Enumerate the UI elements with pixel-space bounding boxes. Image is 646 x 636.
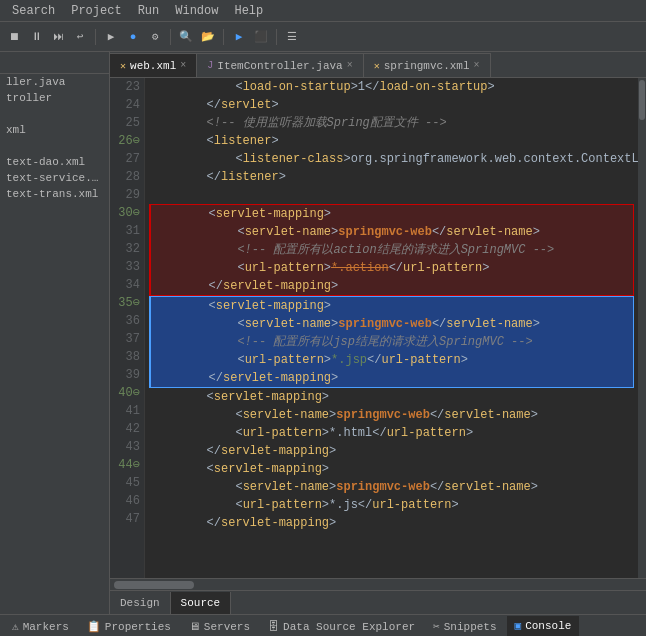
toolbar-sep-3 <box>223 29 224 45</box>
code-line-39: </servlet-mapping> <box>149 369 634 388</box>
code-line-46: <url-pattern>*.js</url-pattern> <box>149 496 634 514</box>
servers-icon: 🖥 <box>189 620 200 633</box>
code-line-23: <load-on-startup>1</load-on-startup> <box>149 78 634 96</box>
sidebar-item-1[interactable]: ller.java <box>0 74 109 90</box>
sidebar-item-4[interactable]: xml <box>0 122 109 138</box>
tab-springmvc-xml[interactable]: ✕ springmvc.xml × <box>364 53 491 77</box>
sidebar-item-5[interactable] <box>0 138 109 154</box>
code-line-24: </servlet> <box>149 96 634 114</box>
toolbar-sep-2 <box>170 29 171 45</box>
console-tabs: ⚠ Markers 📋 Properties 🖥 Servers 🗄 Data … <box>0 615 646 636</box>
xml-icon: ✕ <box>120 60 126 72</box>
horizontal-scrollbar[interactable] <box>110 578 646 590</box>
tab-close-item-controller[interactable]: × <box>347 60 353 71</box>
design-source-tabs: Design Source <box>110 590 646 614</box>
code-line-47: </servlet-mapping> <box>149 514 634 532</box>
code-line-29 <box>149 186 634 204</box>
toolbar-btn-8[interactable]: 🔍 <box>176 27 196 47</box>
tab-design[interactable]: Design <box>110 592 171 614</box>
console-tab-markers[interactable]: ⚠ Markers <box>4 616 77 637</box>
code-line-33: <url-pattern>*.action</url-pattern> <box>149 259 634 277</box>
code-line-40: <servlet-mapping> <box>149 388 634 406</box>
tab-web-xml[interactable]: ✕ web.xml × <box>110 53 197 77</box>
menu-search[interactable]: Search <box>4 0 63 21</box>
code-line-25: <!-- 使用监听器加载Spring配置文件 --> <box>149 114 634 132</box>
toolbar-btn-9[interactable]: 📂 <box>198 27 218 47</box>
h-scroll-thumb[interactable] <box>114 581 194 589</box>
scroll-thumb[interactable] <box>639 80 645 120</box>
menu-bar: Search Project Run Window Help <box>0 0 646 22</box>
toolbar-btn-7[interactable]: ⚙ <box>145 27 165 47</box>
menu-project[interactable]: Project <box>63 0 129 21</box>
tab-label-item-controller: ItemController.java <box>217 60 342 72</box>
tab-item-controller[interactable]: J ItemController.java × <box>197 53 363 77</box>
console-tab-servers[interactable]: 🖥 Servers <box>181 616 258 637</box>
toolbar-sep-4 <box>276 29 277 45</box>
code-line-42: <url-pattern>*.html</url-pattern> <box>149 424 634 442</box>
toolbar-btn-12[interactable]: ☰ <box>282 27 302 47</box>
toolbar-btn-4[interactable]: ↩ <box>70 27 90 47</box>
console-area: ⚠ Markers 📋 Properties 🖥 Servers 🗄 Data … <box>0 614 646 636</box>
markers-icon: ⚠ <box>12 620 19 633</box>
console-icon: ▣ <box>515 619 522 632</box>
code-line-38: <url-pattern>*.jsp</url-pattern> <box>149 351 634 369</box>
console-tab-snippets[interactable]: ✂ Snippets <box>425 616 504 637</box>
menu-help[interactable]: Help <box>226 0 271 21</box>
code-line-45: <servlet-name>springmvc-web</servlet-nam… <box>149 478 634 496</box>
xml-icon-2: ✕ <box>374 60 380 72</box>
code-line-34: </servlet-mapping> <box>149 277 634 296</box>
code-line-28: </listener> <box>149 168 634 186</box>
main-layout: ller.java troller xml text-dao.xml text-… <box>0 52 646 614</box>
console-tab-properties[interactable]: 📋 Properties <box>79 616 179 637</box>
tab-close-springmvc-xml[interactable]: × <box>474 60 480 71</box>
console-tab-console[interactable]: ▣ Console <box>507 616 580 637</box>
tab-bar: ✕ web.xml × J ItemController.java × ✕ sp… <box>110 52 646 78</box>
properties-icon: 📋 <box>87 620 101 633</box>
snippets-icon: ✂ <box>433 620 440 633</box>
toolbar-btn-11[interactable]: ⬛ <box>251 27 271 47</box>
sidebar-item-2[interactable]: troller <box>0 90 109 106</box>
code-line-36: <servlet-name>springmvc-web</servlet-nam… <box>149 315 634 333</box>
java-icon: J <box>207 60 213 71</box>
sidebar-item-3[interactable] <box>0 106 109 122</box>
code-line-35: <servlet-mapping> <box>149 296 634 315</box>
console-tab-datasource[interactable]: 🗄 Data Source Explorer <box>260 616 423 637</box>
toolbar-btn-10[interactable]: ▶ <box>229 27 249 47</box>
code-line-26: <listener> <box>149 132 634 150</box>
tab-close-web-xml[interactable]: × <box>180 60 186 71</box>
tab-label-springmvc-xml: springmvc.xml <box>384 60 470 72</box>
code-line-27: <listener-class>org.springframework.web.… <box>149 150 634 168</box>
editor-area: ✕ web.xml × J ItemController.java × ✕ sp… <box>110 52 646 614</box>
datasource-icon: 🗄 <box>268 620 279 633</box>
code-line-32: <!-- 配置所有以action结尾的请求进入SpringMVC --> <box>149 241 634 259</box>
sidebar: ller.java troller xml text-dao.xml text-… <box>0 52 110 614</box>
toolbar-btn-6[interactable]: ● <box>123 27 143 47</box>
tab-source[interactable]: Source <box>171 592 232 614</box>
sidebar-item-6[interactable]: text-dao.xml <box>0 154 109 170</box>
code-line-43: </servlet-mapping> <box>149 442 634 460</box>
code-line-37: <!-- 配置所有以jsp结尾的请求进入SpringMVC --> <box>149 333 634 351</box>
code-line-41: <servlet-name>springmvc-web</servlet-nam… <box>149 406 634 424</box>
code-line-30: <servlet-mapping> <box>149 204 634 223</box>
toolbar-sep-1 <box>95 29 96 45</box>
menu-window[interactable]: Window <box>167 0 226 21</box>
sidebar-item-8[interactable]: text-trans.xml <box>0 186 109 202</box>
code-area[interactable]: <load-on-startup>1</load-on-startup> </s… <box>145 78 638 578</box>
vertical-scrollbar[interactable] <box>638 78 646 578</box>
editor-content: 23 24 25 26⊖ 27 28 29 30⊖ 31 32 33 34 35… <box>110 78 646 578</box>
toolbar-btn-3[interactable]: ⏭ <box>48 27 68 47</box>
toolbar-btn-5[interactable]: ▶ <box>101 27 121 47</box>
sidebar-header <box>0 52 109 74</box>
toolbar-btn-1[interactable]: ⏹ <box>4 27 24 47</box>
toolbar: ⏹ ⏸ ⏭ ↩ ▶ ● ⚙ 🔍 📂 ▶ ⬛ ☰ <box>0 22 646 52</box>
code-line-31: <servlet-name>springmvc-web</servlet-nam… <box>149 223 634 241</box>
toolbar-btn-2[interactable]: ⏸ <box>26 27 46 47</box>
tab-label-web-xml: web.xml <box>130 60 176 72</box>
sidebar-item-7[interactable]: text-service.xml <box>0 170 109 186</box>
menu-run[interactable]: Run <box>130 0 168 21</box>
code-line-44: <servlet-mapping> <box>149 460 634 478</box>
line-numbers: 23 24 25 26⊖ 27 28 29 30⊖ 31 32 33 34 35… <box>110 78 145 578</box>
